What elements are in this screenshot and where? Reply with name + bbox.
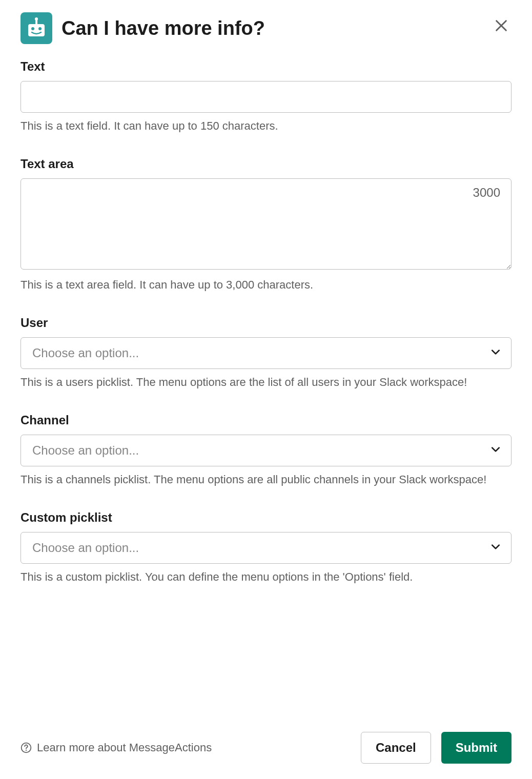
svg-rect-1 (35, 20, 37, 24)
modal-header: Can I have more info? (0, 0, 532, 44)
close-button[interactable] (491, 15, 511, 36)
dialog-modal: Can I have more info? Text This is a tex… (0, 0, 532, 779)
modal-footer: Learn more about MessageActions Cancel S… (0, 722, 532, 779)
custom-field-group: Custom picklist Choose an option... This… (21, 510, 511, 585)
text-input[interactable] (21, 81, 511, 113)
modal-title: Can I have more info? (62, 17, 511, 39)
channel-field-helper: This is a channels picklist. The menu op… (21, 471, 511, 488)
user-field-group: User Choose an option... This is a users… (21, 316, 511, 391)
user-select[interactable]: Choose an option... (21, 337, 511, 369)
textarea-field-label: Text area (21, 157, 511, 171)
text-field-group: Text This is a text field. It can have u… (21, 59, 511, 134)
footer-help-text: Learn more about MessageActions (37, 741, 212, 754)
custom-field-label: Custom picklist (21, 510, 511, 525)
custom-field-helper: This is a custom picklist. You can defin… (21, 569, 511, 585)
footer-help-link[interactable]: Learn more about MessageActions (21, 741, 351, 754)
textarea-field-helper: This is a text area field. It can have u… (21, 277, 511, 293)
modal-body: Text This is a text field. It can have u… (0, 44, 532, 722)
text-field-label: Text (21, 59, 511, 74)
svg-point-6 (26, 750, 27, 751)
svg-point-3 (31, 27, 34, 30)
user-field-helper: This is a users picklist. The menu optio… (21, 374, 511, 391)
help-icon (21, 742, 32, 753)
user-field-label: User (21, 316, 511, 330)
channel-field-group: Channel Choose an option... This is a ch… (21, 413, 511, 488)
app-icon (21, 12, 52, 44)
custom-select[interactable]: Choose an option... (21, 532, 511, 564)
close-icon (494, 18, 508, 33)
svg-rect-0 (28, 24, 45, 36)
submit-button[interactable]: Submit (441, 732, 511, 764)
textarea-field-group: Text area 3000 This is a text area field… (21, 157, 511, 293)
char-count: 3000 (473, 186, 500, 200)
svg-point-2 (35, 17, 38, 20)
cancel-button[interactable]: Cancel (361, 732, 431, 764)
textarea-input[interactable] (21, 178, 511, 270)
text-field-helper: This is a text field. It can have up to … (21, 118, 511, 134)
channel-field-label: Channel (21, 413, 511, 427)
channel-select[interactable]: Choose an option... (21, 435, 511, 466)
svg-point-4 (38, 27, 42, 30)
